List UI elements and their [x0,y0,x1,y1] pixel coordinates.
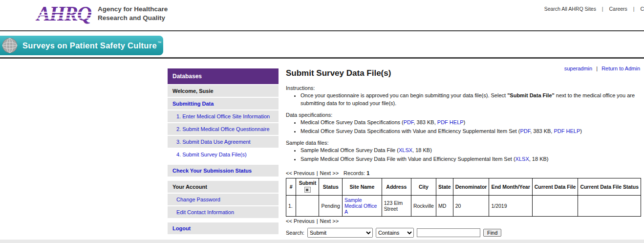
sidebar-item-logout[interactable]: Logout [168,222,279,234]
bullet-text: , 18 KB) [412,147,432,153]
instructions-text-before: Once your questionnaire is approved you … [301,92,507,98]
cell-num: 1. [286,195,296,216]
col-header-current-data-file-status: Current Data File Status [578,178,641,195]
top-nav: Search All AHRQ Sites | Careers | C [544,6,644,12]
top-nav-careers[interactable]: Careers [609,6,627,12]
sidebar-item-label: Submitting Data [172,101,214,107]
bullet-text: , 18 KB) [529,156,549,162]
sidebar-item-check-submission-status[interactable]: Check Your Submission Status [168,165,279,177]
cell-denominator: 20 [453,195,489,216]
top-nav-search-all-ahrq-sites[interactable]: Search All AHRQ Sites [544,6,596,12]
data-specifications-list: Medical Office Survey Data Specification… [301,119,641,135]
data-spec-bullet: Medical Office Survey Data Specification… [301,119,641,127]
col-header-submit-label: Submit [298,180,317,186]
col-header-address: Address [382,178,411,195]
pdf-link[interactable]: PDF [520,128,530,134]
footer-strip [0,240,644,243]
top-nav-separator: | [602,6,603,12]
previous-link[interactable]: << Previous [286,170,315,176]
data-specifications-label: Data specifications: [286,112,641,118]
sops-banner-strip: Surveys on Patient Safety Culture ™ [0,30,644,59]
sort-icon[interactable] [304,187,311,193]
col-header-num: # [286,178,296,195]
sample-file-bullet: Sample Medical Office Survey Data File w… [301,155,641,163]
bullet-text: Sample Medical Office Survey Data File ( [301,147,399,153]
submit-data-file-emphasis: "Submit Data File" [507,92,555,98]
top-nav-separator: | [633,6,635,12]
sidebar-item-submit-questionnaire[interactable]: 2. Submit Medical Office Questionnaire [168,123,279,135]
sidebar-item-change-password[interactable]: Change Password [168,194,279,205]
sops-banner: Surveys on Patient Safety Culture ™ [0,36,163,55]
pagination-top: << Previous|Next >>Records: 1 [286,170,641,176]
main-panel: Submit Survey Data File(s) Instructions:… [286,68,641,238]
bullet-text: , 383 KB, [414,119,437,125]
bullet-text: ) [464,119,466,125]
ahrq-acronym: AHRQ [37,2,91,25]
sidebar-item-label: Check Your Submission Status [172,168,252,174]
sidebar-header-databases: Databases [168,68,279,84]
sidebar-item-enter-site-information[interactable]: 1. Enter Medical Office Site Information [168,110,279,122]
sidebar-item-your-account: Your Account [168,181,279,193]
sidebar-item-label: Change Password [176,197,220,202]
previous-link[interactable]: << Previous [286,218,315,224]
tagline-line2: Research and Quality [98,14,168,22]
top-nav-truncated-link[interactable]: C [640,6,644,12]
sidebar-item-label: Logout [172,225,191,231]
xlsx-link[interactable]: XLSX [515,156,529,162]
sidebar-item-label: Edit Contact Information [176,209,234,215]
pagination-bottom: << Previous|Next >> [286,218,641,224]
col-header-current-data-file: Current Data File [532,178,578,195]
find-button[interactable]: Find [483,229,501,237]
content-area: superadmin | Return to Admin Databases W… [0,59,644,241]
site-name-link[interactable]: Sample Medical Office A [344,197,377,215]
search-input[interactable] [417,228,480,237]
records-label: Records: [343,170,365,176]
pdf-link[interactable]: PDF [404,119,414,125]
sidebar: Databases Welcome, Susie Submitting Data… [168,68,279,234]
pagination-separator: | [317,218,318,224]
sidebar-item-label: 4. Submit Survey Data File(s) [176,152,247,157]
cell-end-month-year: 1/2019 [489,195,532,216]
next-link[interactable]: Next >> [320,170,339,176]
cell-state: MD [436,195,453,216]
xlsx-link[interactable]: XLSX [399,147,412,153]
ahrq-tagline: Agency for Healthcare Research and Quali… [98,5,168,22]
sidebar-item-label: 1. Enter Medical Office Site Information [176,113,270,119]
bullet-text: Medical Office Survey Data Specification… [301,128,520,134]
sidebar-item-submit-data-use-agreement[interactable]: 3. Submit Data Use Agreement [168,136,279,148]
submissions-table: # Submit Status Site Name Address City S… [286,178,641,217]
search-operator-select[interactable]: Contains [376,228,414,238]
sops-banner-title: Surveys on Patient Safety Culture [22,41,157,50]
pagination-separator: | [317,170,318,176]
col-header-state: State [436,178,453,195]
search-label: Search: [286,230,304,236]
globe-icon [2,38,18,53]
sidebar-item-label: 2. Submit Medical Office Questionnaire [176,126,270,132]
trademark-symbol: ™ [157,41,161,45]
site-header: AHRQ Agency for Healthcare Research and … [0,0,644,30]
bullet-text: Medical Office Survey Data Specification… [301,119,404,125]
sidebar-item-edit-contact-information[interactable]: Edit Contact Information [168,206,279,218]
cell-current-data-file [532,195,578,216]
search-field-select[interactable]: Submit [307,228,373,238]
sample-file-bullet: Sample Medical Office Survey Data File (… [301,147,641,155]
sidebar-item-label: Your Account [172,184,207,190]
bullet-text: , 383 KB, [530,128,554,134]
cell-current-data-file-status [578,195,641,216]
col-header-status: Status [319,178,343,195]
sidebar-item-label: Welcome, Susie [172,88,214,94]
table-row: 1. Pending Sample Medical Office A 123 E… [286,195,641,216]
sidebar-item-submitting-data[interactable]: Submitting Data [168,98,279,110]
cell-site-name: Sample Medical Office A [342,195,382,216]
table-header-row: # Submit Status Site Name Address City S… [286,178,641,195]
pdf-help-link[interactable]: PDF HELP [437,119,464,125]
page-title: Submit Survey Data File(s) [286,68,641,78]
pdf-help-link[interactable]: PDF HELP [554,128,580,134]
next-link[interactable]: Next >> [320,218,339,224]
sidebar-item-welcome: Welcome, Susie [168,85,279,97]
ahrq-logo[interactable]: AHRQ Agency for Healthcare Research and … [37,3,168,24]
records-count: 1 [366,170,369,176]
sample-data-files-list: Sample Medical Office Survey Data File (… [301,147,641,163]
instructions-list: Once your questionnaire is approved you … [301,92,641,108]
sidebar-item-submit-survey-data-files[interactable]: 4. Submit Survey Data File(s) [168,149,279,160]
